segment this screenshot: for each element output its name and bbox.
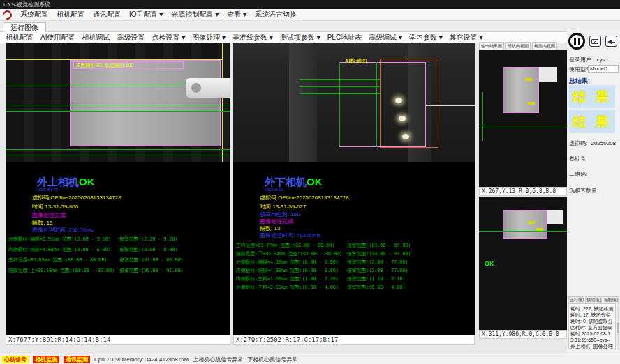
login-user-field: 登录用户: cys xyxy=(569,56,605,63)
small-view-top[interactable] xyxy=(479,50,567,187)
tool-camera-config[interactable]: 相机配置 xyxy=(6,33,34,43)
camera-image-upper: 灰度阈值:93, 动态阈值:100 xyxy=(6,43,230,162)
menu-language-switch[interactable]: 系统语言切换 xyxy=(255,10,297,20)
tool-spot-check[interactable]: 点检设置 ▾ xyxy=(152,33,185,43)
small-view-bottom[interactable]: OK xyxy=(479,197,567,330)
window-titlebar: CYS-视觉检测系统 xyxy=(0,0,620,9)
log-tab-run-info[interactable]: 运行信息 xyxy=(568,296,584,303)
login-user-value: cys xyxy=(596,56,605,63)
product-region xyxy=(70,60,221,146)
tool-baseline-params[interactable]: 基准线参数 ▾ xyxy=(232,33,273,43)
tool-image-processing[interactable]: 图像处理 ▾ xyxy=(192,33,226,43)
total-result-label: 总结果: xyxy=(569,77,590,84)
measurement-row: 主料宽度=83.05mm 范围:(80.00 - 86.00)报警范围:(81.… xyxy=(8,257,224,264)
mes-note: MES:B:10 xyxy=(265,188,283,192)
log-textbox[interactable]: 耗时: 222, 缺陷检测耗时: 17, 缺陷分类耗时: 0, 缺陷提取分区耗时… xyxy=(568,303,616,349)
model-input[interactable]: Model1 xyxy=(588,65,619,73)
exit-button[interactable] xyxy=(605,36,617,47)
measurement-row: 隔膜宽度-下=95.24mm 范围:(93.00 - 98.00)报警范围:(9… xyxy=(236,250,452,257)
yellow-mark xyxy=(536,228,543,231)
menu-camera-config[interactable]: 相机配置 xyxy=(57,10,84,20)
measurement-row: 主料宽度=83.77mm 范围:(82.00 - 88.00)报警范围:(83.… xyxy=(236,242,452,249)
measurement-value: 主料宽度=83.05mm 范围:(80.00 - 86.00) xyxy=(8,257,115,264)
camera-view-lower-outer[interactable]: AI检测图 外下相机OK MES:B:10 虚拟码:OFfline2025020… xyxy=(233,43,475,335)
virtual-code: 虚拟码:OFfline20250208133134728 xyxy=(32,194,121,202)
status-bar: 心跳信号 相机监测 通讯监测 Cpu: 0.0% Memory: 3424.41… xyxy=(0,354,620,364)
cursor-coords-left: X:7677;Y:891;R:14;G:14;B:14 xyxy=(8,336,110,343)
tool-camera-debug[interactable]: 相机调试 xyxy=(82,33,110,43)
weld-spark xyxy=(399,116,406,121)
measurement-value: 外侧极柱-隔膜=2.91mm 范围:(2.00 - 3.50) xyxy=(8,236,115,243)
product-region xyxy=(503,210,547,239)
measurement-value: 内侧极柱-隔膜=4.38mm 范围:(0.00 - 9.00) xyxy=(236,267,342,274)
qrcode-label: 二维码: xyxy=(569,171,587,177)
tool-learning-params[interactable]: 学习参数 ▾ xyxy=(409,33,443,43)
log-tab-defect-info[interactable]: 缺陷信息 xyxy=(585,296,601,303)
small-image-top xyxy=(479,50,567,187)
virtual-code: 虚拟码:OFfline20250208133134728 xyxy=(260,194,349,202)
green-baseline-v xyxy=(482,92,483,141)
tool-plc-address[interactable]: PLC地址表 xyxy=(327,33,362,43)
log-tab-camera-info[interactable]: 相机信息 xyxy=(603,296,619,303)
weld-spark xyxy=(402,134,409,139)
tab-inner-view-2[interactable]: 检测内视图 xyxy=(532,42,557,50)
machine-column xyxy=(289,43,317,162)
measurement-row: 内侧极柱-隔膜=4.60mm 范围:(3.00 - 6.00)报警范围:(0.0… xyxy=(8,246,224,253)
tool-advanced-debug[interactable]: 高级调试 ▾ xyxy=(369,33,402,43)
alarm-range: 报警范围:(0.00 - 8.00) xyxy=(119,246,224,253)
log-tabs: 运行信息 缺陷信息 相机信息 xyxy=(568,296,619,303)
process-done-label: 图像处理完成 xyxy=(32,211,66,219)
green-baseline xyxy=(6,111,230,112)
tool-ai-config[interactable]: AI使用配置 xyxy=(40,33,75,43)
menu-view[interactable]: 查看 ▾ xyxy=(227,10,246,20)
lower-camera-warning: 下相机心跳信号异常 xyxy=(247,356,297,363)
cursor-coords-bottom-view: X:311;Y:980;R:0;G:0;B:0 xyxy=(482,331,559,338)
menu-light-config[interactable]: 光源控制配置 ▾ xyxy=(171,10,219,20)
tool-other-settings[interactable]: 其它设置 ▾ xyxy=(450,33,483,43)
tool-advanced-settings[interactable]: 高级设置 xyxy=(117,33,145,43)
measurement-row: 隔膜宽度-上=90.56mm 范围:(88.00 - 92.00)报警范围:(8… xyxy=(8,267,224,274)
menu-bar: 系统配置 相机配置 通讯配置 IO手配置 ▾ 光源控制配置 ▾ 查看 ▾ 系统语… xyxy=(0,9,620,21)
small-view-bottom-coordbar: X:311;Y:980;R:0;G:0;B:0 xyxy=(479,330,567,339)
measurement-row: 内侧极柱-主料=1.90mm 范围:(1.00 - 2.20)报警范围:(1.1… xyxy=(236,275,452,282)
green-baseline-v xyxy=(339,62,340,147)
log-scrollbar[interactable] xyxy=(617,303,619,349)
measurement-row: 外侧极柱-隔膜=2.91mm 范围:(2.00 - 3.50)报警范围:(2.2… xyxy=(8,236,224,243)
menu-io-config[interactable]: IO手配置 ▾ xyxy=(129,10,163,20)
camera-capture-button[interactable] xyxy=(589,36,601,47)
timestamp: 时间:13-31-59-600 xyxy=(32,203,78,211)
exit-bar-icon xyxy=(612,42,615,43)
yellow-mark xyxy=(528,102,535,105)
alarm-range: 报警范围:(2.20 - 3.20) xyxy=(119,236,224,243)
measurement-value: 隔膜宽度-上=90.56mm 范围:(88.00 - 92.00) xyxy=(8,267,115,274)
green-baseline xyxy=(479,126,567,126)
cursor-coords-middle: X:270;Y:2502;R:17;G:17;B:17 xyxy=(236,336,338,343)
result-box-2: 结 果 xyxy=(569,110,615,133)
mes-note: MES:BYTE xyxy=(37,188,58,192)
control-buttons xyxy=(568,31,619,52)
menu-comm-config[interactable]: 通讯配置 xyxy=(93,10,121,20)
log-scroll-thumb[interactable] xyxy=(617,323,619,333)
right-view-tabs: 输出结果图 研线内视图 检测内视图 xyxy=(479,42,567,50)
tool-test-params[interactable]: 测试项参数 ▾ xyxy=(280,33,320,43)
pause-button[interactable] xyxy=(568,33,585,50)
tab-inner-view-1[interactable]: 研线内视图 xyxy=(505,42,531,50)
tab-strip: 运行图像 xyxy=(0,21,620,32)
camera-name: 外上相机 xyxy=(37,176,79,188)
timestamp: 时间:13-31-59-627 xyxy=(260,203,306,211)
winder-field: 卷针号: xyxy=(569,155,587,162)
measurement-value: 隔膜宽度-下=95.24mm 范围:(93.00 - 98.00) xyxy=(236,250,342,257)
tab-run-image[interactable]: 运行图像 xyxy=(3,22,46,32)
measurement-value: 内侧极柱-隔膜=4.60mm 范围:(3.00 - 6.00) xyxy=(8,246,115,253)
alarm-range: 报警范围:(1.10 - 2.10) xyxy=(347,275,452,282)
upper-camera-warning: 上相机心跳信号异常 xyxy=(193,356,243,363)
menu-system-config[interactable]: 系统配置 xyxy=(20,10,48,20)
yellow-mark xyxy=(525,78,532,81)
camera-view-upper-outer[interactable]: 灰度阈值:93, 动态阈值:100 外上相机OK MES:BYTE 虚拟码:OF… xyxy=(6,43,230,335)
green-baseline xyxy=(479,231,567,232)
alarm-range: 报警范围:(83.00 - 87.00) xyxy=(347,242,452,249)
camera-monitor-badge: 相机监测 xyxy=(33,356,59,363)
connector-lens xyxy=(191,83,201,93)
tab-output-result-image[interactable]: 输出结果图 xyxy=(479,42,504,50)
qrcode-field: 二维码: xyxy=(569,170,587,178)
